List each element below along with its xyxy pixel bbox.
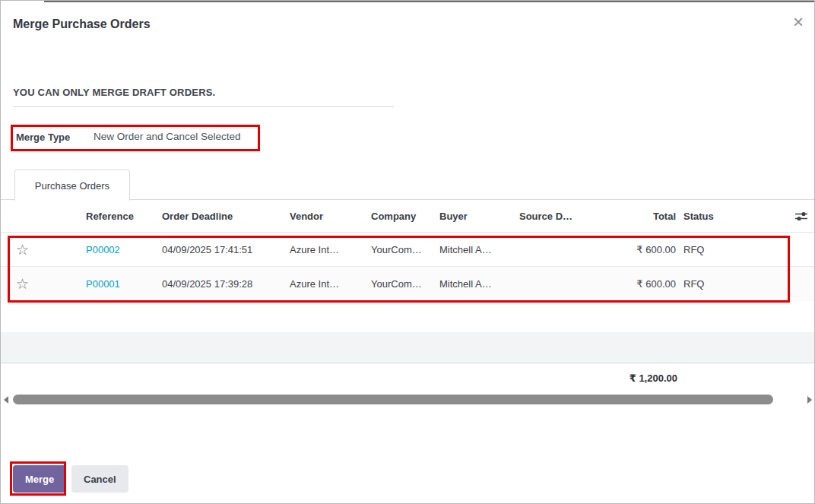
grand-total: ₹ 1,200.00 [1,372,677,384]
vendor-cell: Azure Int… [282,244,364,255]
dialog-title: Merge Purchase Orders [13,17,151,31]
table-header-row: Reference Order Deadline Vendor Company … [1,200,815,233]
close-icon[interactable]: × [793,13,804,31]
buyer-cell: Mitchell A… [433,244,512,255]
buyer-cell: Mitchell A… [433,278,512,290]
column-header-buyer[interactable]: Buyer [433,211,512,222]
merge-purchase-orders-dialog: { "dialog": { "title": "Merge Purchase O… [0,0,815,504]
scroll-left-arrow-icon[interactable] [4,396,8,404]
table-row[interactable]: ☆ P00001 04/09/2025 17:39:28 Azure Int… … [1,266,815,301]
company-cell: YourCom… [364,244,433,255]
merge-notice-text: YOU CAN ONLY MERGE DRAFT ORDERS. [13,87,215,98]
reference-link[interactable]: P00001 [86,278,120,290]
reference-link[interactable]: P00002 [86,244,120,255]
horizontal-scrollbar[interactable] [1,393,815,406]
table-row[interactable]: ☆ P00002 04/09/2025 17:41:51 Azure Int… … [1,233,815,266]
star-icon[interactable]: ☆ [16,277,29,291]
column-header-company[interactable]: Company [364,211,433,222]
order-deadline-cell: 04/09/2025 17:41:51 [153,244,282,255]
table-footer-divider [1,363,815,363]
total-cell: ₹ 600.00 [585,244,676,255]
company-cell: YourCom… [364,278,433,290]
merge-type-label: Merge Type [16,132,70,143]
modal-top-edge [44,1,814,2]
column-header-reference[interactable]: Reference [77,211,153,222]
scroll-right-arrow-icon[interactable] [807,396,812,404]
star-icon[interactable]: ☆ [16,242,29,257]
empty-row [1,332,815,363]
column-header-order-deadline[interactable]: Order Deadline [153,211,282,222]
column-header-source-document[interactable]: Source D… [512,211,585,222]
status-cell: RFQ [676,278,752,290]
merge-button[interactable]: Merge [13,465,66,493]
optional-columns-button[interactable] [752,211,815,222]
order-deadline-cell: 04/09/2025 17:39:28 [153,278,282,290]
column-header-vendor[interactable]: Vendor [282,211,364,222]
total-cell: ₹ 600.00 [585,278,676,290]
scrollbar-thumb[interactable] [13,395,773,404]
vendor-cell: Azure Int… [282,278,364,290]
column-header-status[interactable]: Status [676,211,752,222]
empty-row [1,301,815,332]
merge-type-select[interactable]: New Order and Cancel Selected [94,131,241,142]
cancel-button[interactable]: Cancel [71,465,128,493]
notice-underline [13,106,394,107]
sliders-icon [794,211,808,222]
tab-label: Purchase Orders [35,180,109,192]
tab-purchase-orders[interactable]: Purchase Orders [14,170,130,201]
column-header-total[interactable]: Total [585,211,676,222]
status-cell: RFQ [676,244,752,255]
